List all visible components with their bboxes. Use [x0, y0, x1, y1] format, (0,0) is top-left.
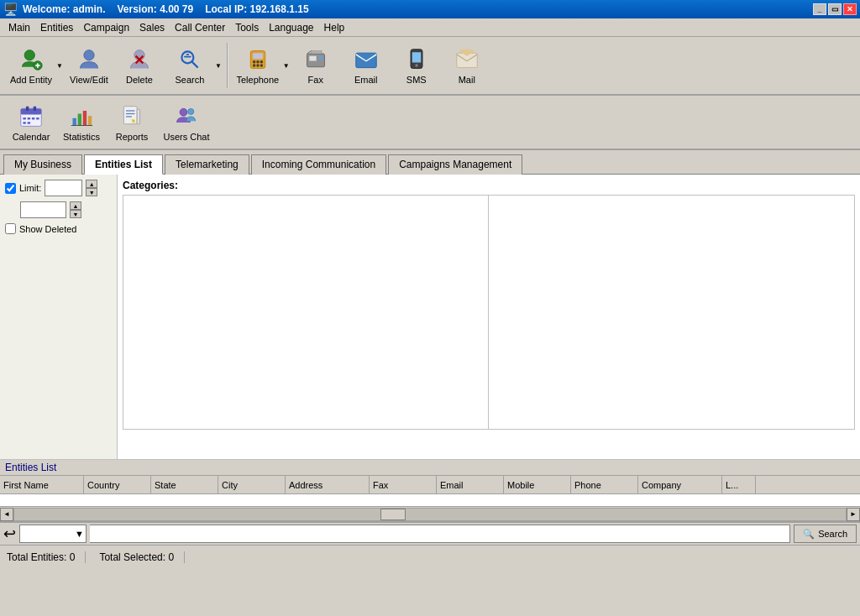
categories-right-pane	[489, 196, 854, 429]
title-bar-left: 🖥️ Welcome: admin. Version: 4.00 79 Loca…	[3, 3, 309, 16]
limit-from-down[interactable]: ▼	[86, 188, 97, 196]
tab-incoming-communication[interactable]: Incoming Communication	[251, 154, 386, 175]
telephone-button[interactable]: Telephone	[233, 40, 282, 91]
svg-rect-21	[309, 56, 317, 61]
search-input[interactable]	[90, 525, 790, 543]
users-chat-button[interactable]: Users Chat	[158, 97, 215, 148]
reports-button[interactable]: Reports	[108, 97, 156, 148]
th-fax[interactable]: Fax	[370, 476, 437, 493]
categories-panel: Categories:	[118, 175, 860, 459]
menu-tools[interactable]: Tools	[230, 20, 264, 35]
svg-line-23	[307, 51, 311, 55]
show-deleted-row: Show Deleted	[5, 223, 112, 234]
th-first-name[interactable]: First Name	[0, 476, 84, 493]
menu-help[interactable]: Help	[319, 20, 350, 35]
telephone-dropdown-arrow[interactable]: ▼	[283, 62, 290, 70]
tab-entities-list[interactable]: Entities List	[84, 154, 163, 175]
restore-button[interactable]: ▭	[828, 3, 842, 15]
svg-point-4	[84, 50, 94, 60]
svg-rect-13	[253, 53, 263, 59]
limit-row-to: 500000 ▲ ▼	[20, 201, 112, 218]
th-company[interactable]: Company	[638, 476, 722, 493]
calendar-label: Calendar	[13, 132, 50, 142]
svg-rect-27	[412, 52, 422, 62]
bottom-bar: ↩ ▼ 🔍 Search	[0, 521, 860, 545]
th-state[interactable]: State	[151, 476, 218, 493]
status-bar: Total Entities: 0 Total Selected: 0	[0, 545, 860, 568]
delete-icon	[126, 46, 153, 73]
search-dropdown-arrow[interactable]: ▼	[215, 62, 222, 70]
app-icon: 🖥️	[3, 3, 18, 16]
search-field-arrow: ▼	[75, 529, 84, 539]
scrollbar-area: ◄ ►	[0, 506, 860, 521]
th-last[interactable]: L...	[722, 476, 756, 493]
svg-rect-22	[318, 56, 322, 60]
scroll-track[interactable]	[13, 508, 847, 521]
th-city[interactable]: City	[218, 476, 286, 493]
menu-language[interactable]: Language	[264, 20, 318, 35]
fax-icon	[302, 46, 329, 73]
back-icon[interactable]: ↩	[3, 525, 16, 543]
limit-to-down[interactable]: ▼	[70, 210, 81, 218]
limit-row-from: Limit: 0 ▲ ▼	[5, 180, 112, 196]
users-chat-label: Users Chat	[163, 132, 209, 142]
add-entity-button[interactable]: Add Entity	[7, 40, 55, 91]
menu-call-center[interactable]: Call Center	[170, 20, 230, 35]
mail-button[interactable]: Mail	[443, 40, 491, 91]
svg-rect-10	[184, 56, 191, 58]
menu-main[interactable]: Main	[3, 20, 35, 35]
menu-bar: Main Entities Campaign Sales Call Center…	[0, 18, 860, 37]
email-button[interactable]: Email	[342, 40, 391, 91]
svg-point-28	[415, 64, 418, 67]
th-address[interactable]: Address	[286, 476, 370, 493]
svg-rect-39	[28, 122, 31, 124]
tab-my-business[interactable]: My Business	[3, 154, 82, 175]
tab-telemarketing[interactable]: Telemarketing	[165, 154, 249, 175]
search-btn-icon: 🔍	[803, 529, 815, 540]
scroll-left-button[interactable]: ◄	[0, 508, 13, 521]
minimize-button[interactable]: _	[813, 3, 826, 15]
limit-checkbox[interactable]	[5, 183, 16, 194]
search-field-dropdown: ▼	[19, 525, 87, 543]
svg-rect-35	[28, 117, 31, 119]
th-phone[interactable]: Phone	[571, 476, 638, 493]
limit-from-up[interactable]: ▲	[86, 180, 97, 188]
svg-rect-24	[312, 51, 322, 55]
limit-to-input[interactable]: 500000	[20, 201, 66, 218]
table-headers: First Name Country State City Address Fa…	[0, 476, 860, 494]
view-edit-button[interactable]: View/Edit	[65, 40, 113, 91]
th-mobile[interactable]: Mobile	[504, 476, 571, 493]
limit-to-spinners: ▲ ▼	[70, 201, 81, 218]
scroll-right-button[interactable]: ►	[847, 508, 860, 521]
menu-sales[interactable]: Sales	[134, 20, 170, 35]
add-entity-dropdown-arrow[interactable]: ▼	[56, 62, 63, 70]
search-field-select[interactable]: ▼	[19, 525, 87, 543]
add-entity-group: Add Entity ▼	[7, 40, 63, 91]
svg-point-18	[256, 64, 260, 67]
th-country[interactable]: Country	[84, 476, 151, 493]
svg-rect-41	[78, 113, 81, 125]
scroll-thumb[interactable]	[380, 509, 406, 520]
statistics-button[interactable]: Statistics	[57, 97, 106, 148]
svg-point-16	[260, 60, 263, 64]
menu-campaign[interactable]: Campaign	[78, 20, 134, 35]
limit-from-input[interactable]: 0	[45, 180, 82, 196]
th-email[interactable]: Email	[437, 476, 504, 493]
show-deleted-checkbox[interactable]	[5, 223, 16, 234]
menu-entities[interactable]: Entities	[35, 20, 78, 35]
fax-button[interactable]: Fax	[291, 40, 340, 91]
delete-button[interactable]: Delete	[115, 40, 164, 91]
limit-to-up[interactable]: ▲	[70, 201, 81, 210]
calendar-button[interactable]: Calendar	[7, 97, 55, 148]
tab-campaigns-management[interactable]: Campaigns Management	[388, 154, 522, 175]
close-button[interactable]: ✕	[843, 3, 857, 15]
search-execute-button[interactable]: 🔍 Search	[794, 525, 857, 543]
title-bar-ip: Local IP: 192.168.1.15	[205, 3, 308, 15]
reports-icon	[118, 103, 145, 130]
svg-rect-43	[88, 116, 92, 125]
sms-button[interactable]: SMS	[392, 40, 441, 91]
tabs-container: My Business Entities List Telemarketing …	[0, 150, 860, 175]
search-btn-label: Search	[818, 529, 847, 539]
svg-rect-38	[23, 122, 26, 124]
search-button[interactable]: Search	[165, 40, 214, 91]
